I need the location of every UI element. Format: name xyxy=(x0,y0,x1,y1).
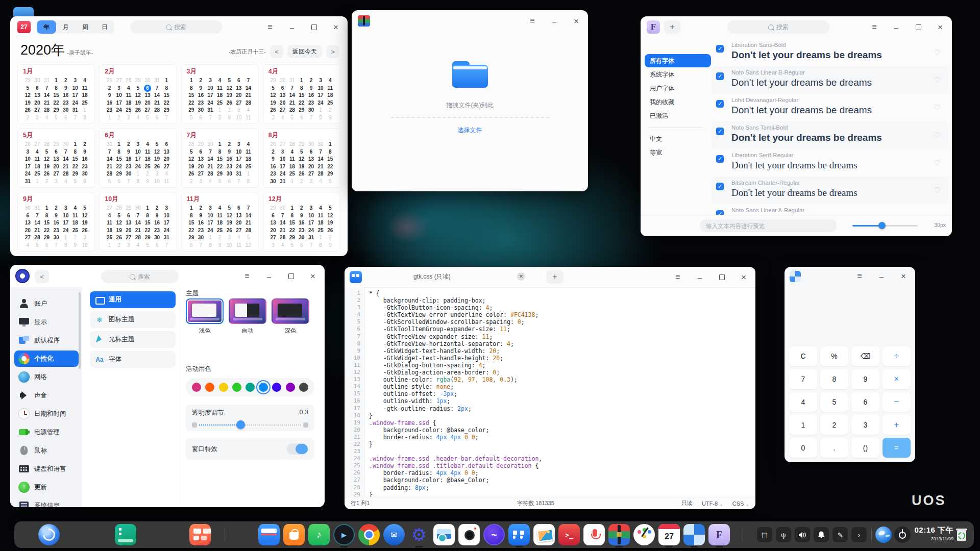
day-cell[interactable]: 9 xyxy=(268,156,278,163)
day-cell[interactable]: 6 xyxy=(268,212,278,220)
day-cell[interactable]: 3 xyxy=(70,77,80,85)
day-cell[interactable]: 25 xyxy=(325,99,335,107)
day-cell[interactable]: 9 xyxy=(61,85,70,92)
minimize-icon[interactable]: – xyxy=(877,272,886,280)
day-cell[interactable]: 7 xyxy=(306,242,316,249)
day-cell[interactable]: 7 xyxy=(33,212,42,220)
window-effects-toggle[interactable] xyxy=(287,443,308,455)
day-cell[interactable]: 8 xyxy=(206,242,215,249)
day-cell[interactable]: 2 xyxy=(124,141,133,148)
day-cell[interactable]: 31 xyxy=(42,77,52,85)
day-cell[interactable]: 7 xyxy=(243,205,253,212)
day-cell[interactable]: 9 xyxy=(225,148,234,156)
day-cell[interactable]: 2 xyxy=(297,178,307,186)
day-cell[interactable]: 30 xyxy=(133,205,143,212)
day-cell[interactable]: 25 xyxy=(143,163,153,171)
day-cell[interactable]: 4 xyxy=(243,141,253,148)
day-cell[interactable]: 8 xyxy=(287,212,297,220)
font-search-input[interactable]: 搜索 xyxy=(727,20,829,34)
day-cell[interactable]: 4 xyxy=(105,212,114,220)
font-category-item[interactable]: 系统字体 xyxy=(645,68,711,81)
day-cell[interactable]: 16 xyxy=(306,92,316,99)
day-cell[interactable]: 2 xyxy=(52,205,61,212)
settings-titlebar[interactable]: < 搜索 ≡ – × xyxy=(10,265,325,287)
day-cell[interactable]: 26 xyxy=(23,107,33,114)
day-cell[interactable]: 11 xyxy=(215,212,225,220)
menu-icon[interactable]: ≡ xyxy=(855,272,864,280)
day-cell[interactable]: 9 xyxy=(297,212,307,220)
day-cell[interactable]: 29 xyxy=(23,77,33,85)
day-cell[interactable]: 26 xyxy=(42,170,52,178)
day-cell[interactable]: 2 xyxy=(70,234,80,242)
day-cell[interactable]: 30 xyxy=(278,77,287,85)
day-cell[interactable]: 19 xyxy=(268,99,278,107)
day-cell[interactable]: 17 xyxy=(234,156,244,163)
day-cell[interactable]: 2 xyxy=(187,178,197,186)
accent-color-dot[interactable] xyxy=(192,383,201,392)
day-cell[interactable]: 1 xyxy=(187,77,197,85)
day-cell[interactable]: 1 xyxy=(325,141,335,148)
day-cell[interactable]: 24 xyxy=(162,227,172,235)
calc-key-⌫[interactable]: ⌫ xyxy=(851,346,879,366)
day-cell[interactable]: 14 xyxy=(133,219,143,227)
day-cell[interactable]: 2 xyxy=(325,107,335,114)
day-cell[interactable]: 30 xyxy=(196,234,206,242)
day-cell[interactable]: 11 xyxy=(234,242,244,249)
day-cell[interactable]: 24 xyxy=(133,163,143,171)
day-cell[interactable]: 3 xyxy=(124,114,133,122)
month-card[interactable]: 1月29303112345678910111213141516171819202… xyxy=(17,64,95,124)
menu-icon[interactable]: ≡ xyxy=(673,273,682,281)
day-cell[interactable]: 5 xyxy=(268,85,278,92)
day-cell[interactable]: 20 xyxy=(234,92,244,99)
day-cell[interactable]: 7 xyxy=(162,114,172,122)
day-cell[interactable]: 29 xyxy=(114,170,124,178)
day-cell[interactable]: 13 xyxy=(234,212,244,220)
day-cell[interactable]: 29 xyxy=(52,107,61,114)
day-cell[interactable]: 14 xyxy=(278,219,287,227)
day-cell[interactable]: 9 xyxy=(225,114,234,122)
day-cell[interactable]: 22 xyxy=(114,163,124,171)
day-cell[interactable]: 4 xyxy=(287,148,297,156)
day-cell[interactable]: 9 xyxy=(124,148,133,156)
day-cell[interactable]: 30 xyxy=(143,77,153,85)
day-cell[interactable]: 5 xyxy=(152,141,162,148)
day-cell[interactable]: 11 xyxy=(33,156,42,163)
day-cell[interactable]: 25 xyxy=(243,163,253,171)
font-list-row[interactable]: ✓Noto Sans Linear A-RegularDon't let you… xyxy=(712,204,948,215)
day-cell[interactable]: 9 xyxy=(306,85,316,92)
calc-key-5[interactable]: 5 xyxy=(820,392,848,412)
day-cell[interactable]: 11 xyxy=(215,85,225,92)
day-cell[interactable]: 3 xyxy=(268,114,278,122)
maximize-icon[interactable] xyxy=(309,23,318,31)
day-cell[interactable]: 1 xyxy=(287,178,297,186)
close-icon[interactable]: × xyxy=(572,17,581,26)
day-cell[interactable]: 18 xyxy=(215,92,225,99)
day-cell[interactable]: 19 xyxy=(225,92,234,99)
prev-year-button[interactable]: < xyxy=(270,45,283,58)
day-cell[interactable]: 10 xyxy=(70,85,80,92)
day-cell[interactable]: 28 xyxy=(243,227,253,235)
day-cell[interactable]: 30 xyxy=(297,234,307,242)
trash-icon[interactable] xyxy=(951,524,972,545)
day-cell[interactable]: 2 xyxy=(325,234,335,242)
calendar-view-tab[interactable]: 周 xyxy=(76,20,95,34)
day-cell[interactable]: 1 xyxy=(316,234,326,242)
day-cell[interactable]: 2 xyxy=(268,148,278,156)
day-cell[interactable]: 26 xyxy=(225,99,234,107)
day-cell[interactable]: 8 xyxy=(80,114,90,122)
day-cell[interactable]: 14 xyxy=(152,92,162,99)
day-cell[interactable]: 21 xyxy=(42,99,52,107)
day-cell[interactable]: 29 xyxy=(268,77,278,85)
day-cell[interactable]: 13 xyxy=(124,219,133,227)
day-cell[interactable]: 26 xyxy=(80,227,90,235)
day-cell[interactable]: 16 xyxy=(297,219,307,227)
choose-file-link[interactable]: 选择文件 xyxy=(458,126,482,135)
day-cell[interactable]: 15 xyxy=(143,219,153,227)
day-cell[interactable]: 15 xyxy=(114,156,124,163)
menu-icon[interactable]: ≡ xyxy=(528,17,537,25)
font-list-row[interactable]: ✓Liberation Sans-BoldDon't let your drea… xyxy=(712,39,948,66)
day-cell[interactable]: 17 xyxy=(316,92,326,99)
font-list-row[interactable]: ✓Bitstream Charter-RegularDon't let your… xyxy=(712,177,948,204)
day-cell[interactable]: 25 xyxy=(287,170,297,178)
day-cell[interactable]: 22 xyxy=(215,163,225,171)
